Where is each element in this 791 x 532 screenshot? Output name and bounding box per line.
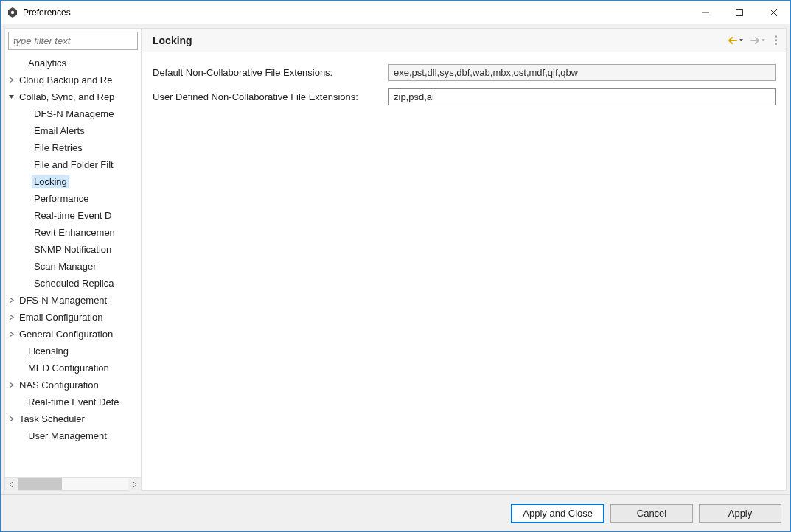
minimize-button[interactable] xyxy=(689,1,722,24)
button-bar: Apply and Close Cancel Apply xyxy=(1,494,790,531)
tree-item-label: Analytics xyxy=(26,57,69,69)
tree-item[interactable]: General Configuration xyxy=(5,326,141,343)
tree-item-label: Locking xyxy=(32,175,69,188)
tree-item-label: Cloud Backup and Re xyxy=(17,74,114,86)
tree-item-label: Performance xyxy=(32,192,91,205)
chevron-right-icon[interactable] xyxy=(7,297,15,304)
tree-item[interactable]: Email Alerts xyxy=(5,122,141,139)
chevron-right-icon[interactable] xyxy=(7,331,15,337)
tree-item-label: MED Configuration xyxy=(26,362,111,374)
default-extensions-input xyxy=(388,64,776,81)
tree-item[interactable]: Locking xyxy=(5,173,141,190)
chevron-right-icon[interactable] xyxy=(7,77,15,83)
titlebar: Preferences xyxy=(1,1,790,24)
tree-item[interactable]: File and Folder Filt xyxy=(5,156,141,173)
scroll-thumb[interactable] xyxy=(18,478,62,490)
tree-item[interactable]: Performance xyxy=(5,190,141,207)
chevron-right-icon[interactable] xyxy=(7,314,15,321)
tree-item[interactable]: Analytics xyxy=(5,55,141,71)
tree-item[interactable]: Scheduled Replica xyxy=(5,275,141,292)
tree-item-label: Scan Manager xyxy=(32,260,99,273)
tree-item[interactable]: NAS Configuration xyxy=(5,377,141,393)
form-row-user-extensions: User Defined Non-Collaborative File Exte… xyxy=(153,88,776,105)
tree-item[interactable]: Real-time Event D xyxy=(5,207,141,224)
nav-back-button[interactable] xyxy=(726,35,745,46)
close-button[interactable] xyxy=(756,1,790,24)
tree-item-label: General Configuration xyxy=(17,328,115,340)
tree-item-label: Scheduled Replica xyxy=(32,277,116,290)
tree-item-label: Task Scheduler xyxy=(17,413,87,425)
tree-item[interactable]: DFS-N Manageme xyxy=(5,105,141,122)
scroll-right-arrow-icon[interactable] xyxy=(128,478,141,491)
svg-rect-2 xyxy=(736,9,743,15)
tree-item[interactable]: User Management xyxy=(5,427,141,444)
preferences-tree[interactable]: AnalyticsCloud Backup and ReCollab, Sync… xyxy=(5,53,141,477)
content: AnalyticsCloud Backup and ReCollab, Sync… xyxy=(1,24,790,531)
panel-header: Locking xyxy=(142,29,786,52)
preferences-window: Preferences AnalyticsCloud Backup and Re… xyxy=(0,0,791,532)
sidebar: AnalyticsCloud Backup and ReCollab, Sync… xyxy=(4,28,142,491)
tree-item[interactable]: Scan Manager xyxy=(5,258,141,275)
scroll-track[interactable] xyxy=(18,478,128,490)
tree-item-label: Real-time Event Dete xyxy=(26,396,122,408)
default-extensions-label: Default Non-Collaborative File Extension… xyxy=(153,67,388,78)
tree-item[interactable]: MED Configuration xyxy=(5,360,141,377)
panel-header-actions xyxy=(726,34,778,46)
chevron-right-icon[interactable] xyxy=(7,382,15,388)
tree-item-label: Revit Enhancemen xyxy=(32,226,117,239)
user-extensions-input[interactable] xyxy=(388,88,776,105)
nav-forward-button[interactable] xyxy=(748,35,767,46)
form-row-default-extensions: Default Non-Collaborative File Extension… xyxy=(153,64,776,81)
chevron-down-icon xyxy=(739,38,744,43)
panel-menu-button[interactable] xyxy=(773,34,778,46)
chevron-right-icon[interactable] xyxy=(7,416,15,422)
tree-item-label: Email Alerts xyxy=(32,125,87,137)
tree-item[interactable]: Collab, Sync, and Rep xyxy=(5,88,141,105)
tree-item-label: Email Configuration xyxy=(17,311,105,323)
tree-item-label: Collab, Sync, and Rep xyxy=(17,91,116,103)
tree-item-label: NAS Configuration xyxy=(17,379,101,391)
tree-item-label: SNMP Notification xyxy=(32,243,114,256)
apply-button[interactable]: Apply xyxy=(699,504,781,523)
tree-item-label: DFS-N Management xyxy=(17,294,109,307)
tree-item[interactable]: Email Configuration xyxy=(5,309,141,326)
chevron-down-icon xyxy=(761,38,766,43)
panel-title: Locking xyxy=(153,35,192,46)
tree-item[interactable]: DFS-N Management xyxy=(5,292,141,309)
settings-panel: Locking xyxy=(142,28,787,491)
tree-item-label: File Retries xyxy=(32,141,85,154)
app-icon xyxy=(7,7,18,18)
tree-item[interactable]: Revit Enhancemen xyxy=(5,224,141,241)
titlebar-controls xyxy=(689,1,790,24)
chevron-down-icon[interactable] xyxy=(7,94,15,100)
window-title: Preferences xyxy=(23,7,71,18)
cancel-button[interactable]: Cancel xyxy=(610,504,693,523)
tree-item-label: Real-time Event D xyxy=(32,209,114,222)
tree-item[interactable]: Real-time Event Dete xyxy=(5,393,141,410)
titlebar-left: Preferences xyxy=(1,7,71,18)
tree-item[interactable]: Task Scheduler xyxy=(5,410,141,427)
tree-item-label: File and Folder Filt xyxy=(32,158,116,171)
tree-item-label: DFS-N Manageme xyxy=(32,108,116,120)
tree-item[interactable]: Cloud Backup and Re xyxy=(5,71,141,88)
scroll-left-arrow-icon[interactable] xyxy=(5,478,18,491)
tree-item[interactable]: SNMP Notification xyxy=(5,241,141,258)
svg-point-1 xyxy=(11,10,14,13)
tree-item[interactable]: Licensing xyxy=(5,343,141,360)
tree-item-label: User Management xyxy=(26,430,109,442)
apply-and-close-button[interactable]: Apply and Close xyxy=(511,504,604,523)
sidebar-horizontal-scrollbar[interactable] xyxy=(5,477,141,490)
maximize-button[interactable] xyxy=(722,1,756,24)
main-area: AnalyticsCloud Backup and ReCollab, Sync… xyxy=(1,24,790,494)
filter-input[interactable] xyxy=(8,32,138,50)
tree-item[interactable]: File Retries xyxy=(5,139,141,156)
tree-item-label: Licensing xyxy=(26,345,71,357)
panel-body: Default Non-Collaborative File Extension… xyxy=(142,52,786,490)
user-extensions-label: User Defined Non-Collaborative File Exte… xyxy=(153,91,388,102)
